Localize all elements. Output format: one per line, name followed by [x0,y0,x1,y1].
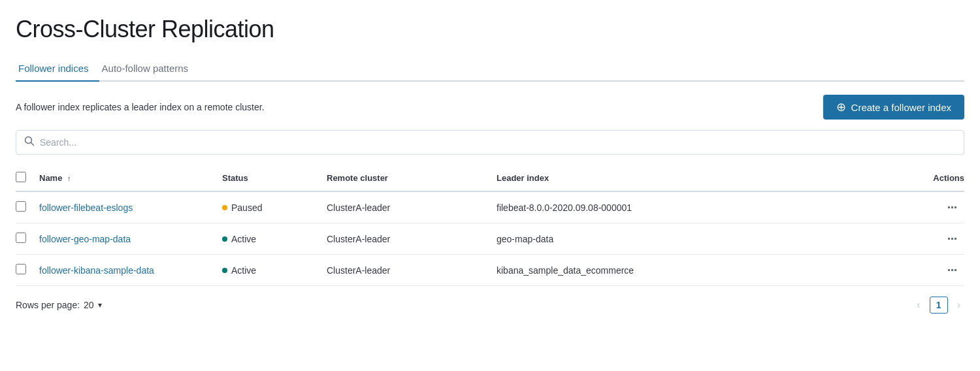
tab-follower-indices[interactable]: Follower indices [16,56,99,82]
row-checkbox-2[interactable] [16,264,26,274]
svg-line-1 [31,143,34,146]
table-footer: Rows per page: 20 ▾ ‹ 1 › [16,286,964,321]
table-header-row: Name ↑ Status Remote cluster Leader inde… [16,165,964,191]
row-checkbox-1[interactable] [16,233,26,243]
pagination-next-button[interactable]: › [953,297,964,314]
status-dot [222,205,227,210]
table-row: follower-kibana-sample-dataActiveCluster… [16,255,964,286]
leader-index-cell: geo-map-data [497,223,899,255]
sort-arrow-icon: ↑ [67,174,71,182]
pagination-prev-button[interactable]: ‹ [913,297,924,314]
remote-cluster-cell: ClusterA-leader [327,223,497,255]
actions-menu-button[interactable] [899,238,956,240]
column-header-status[interactable]: Status [222,165,327,191]
column-header-leader-index[interactable]: Leader index [497,165,899,191]
description-text: A follower index replicates a leader ind… [16,102,265,112]
create-follower-index-button[interactable]: ⊕ Create a follower index [823,95,964,120]
status-badge: Active [222,234,256,244]
select-all-header [16,165,39,191]
actions-menu-button[interactable] [899,206,956,208]
select-all-checkbox[interactable] [16,172,26,182]
rows-per-page-value: 20 [84,300,94,310]
actions-menu-button[interactable] [899,269,956,271]
column-header-name[interactable]: Name ↑ [39,165,222,191]
table-row: follower-geo-map-dataActiveClusterA-lead… [16,223,964,255]
tabs-bar: Follower indices Auto-follow patterns [16,56,964,82]
tab-auto-follow-patterns[interactable]: Auto-follow patterns [99,56,199,82]
status-text: Active [231,265,256,276]
search-container [16,130,964,155]
status-badge: Paused [222,202,262,213]
table-row: follower-filebeat-eslogsPausedClusterA-l… [16,191,964,223]
index-name-link[interactable]: follower-geo-map-data [39,234,131,244]
follower-indices-table: Name ↑ Status Remote cluster Leader inde… [16,165,964,286]
status-text: Paused [231,202,262,213]
remote-cluster-cell: ClusterA-leader [327,191,497,223]
index-name-link[interactable]: follower-kibana-sample-data [39,265,154,276]
search-icon [24,136,35,149]
leader-index-cell: kibana_sample_data_ecommerce [497,255,899,286]
page-title: Cross-Cluster Replication [16,16,964,43]
pagination-current-page[interactable]: 1 [930,297,948,314]
chevron-down-icon: ▾ [98,300,102,310]
index-name-link[interactable]: follower-filebeat-eslogs [39,202,133,213]
search-input[interactable] [40,137,956,148]
status-dot [222,268,227,273]
remote-cluster-cell: ClusterA-leader [327,255,497,286]
row-checkbox-0[interactable] [16,201,26,212]
create-button-label: Create a follower index [851,102,951,113]
action-row: A follower index replicates a leader ind… [16,82,964,130]
rows-per-page-selector[interactable]: Rows per page: 20 ▾ [16,300,102,310]
rows-per-page-label: Rows per page: [16,300,80,310]
status-dot [222,236,227,242]
status-text: Active [231,234,256,244]
leader-index-cell: filebeat-8.0.0-2020.09.08-000001 [497,191,899,223]
column-header-remote-cluster[interactable]: Remote cluster [327,165,497,191]
plus-circle-icon: ⊕ [836,101,846,113]
pagination: ‹ 1 › [913,297,964,314]
status-badge: Active [222,265,256,276]
column-header-actions: Actions [899,165,964,191]
